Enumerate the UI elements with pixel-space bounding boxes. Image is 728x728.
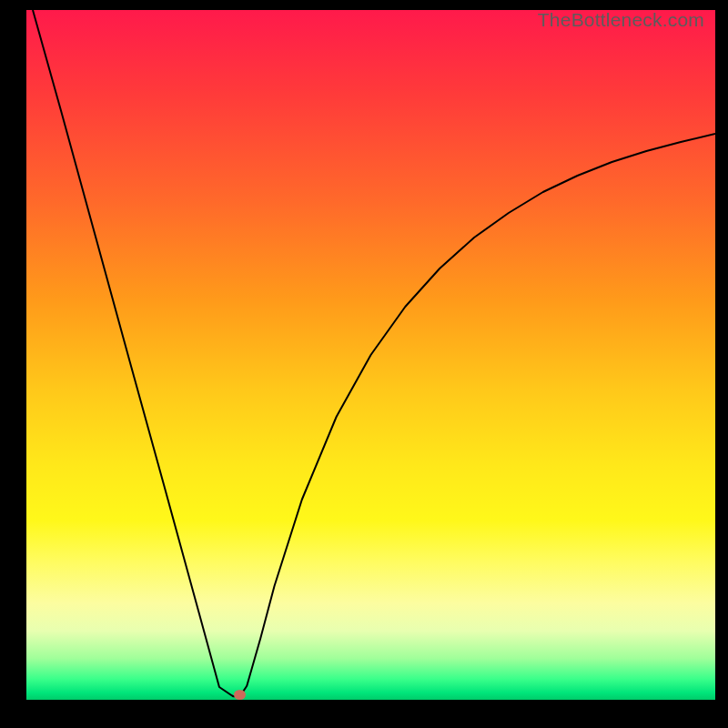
bottleneck-curve bbox=[26, 10, 715, 700]
optimum-marker bbox=[234, 690, 246, 700]
curve-path bbox=[33, 10, 715, 696]
chart-frame: TheBottleneck.com bbox=[0, 0, 728, 728]
plot-area: TheBottleneck.com bbox=[26, 10, 715, 700]
